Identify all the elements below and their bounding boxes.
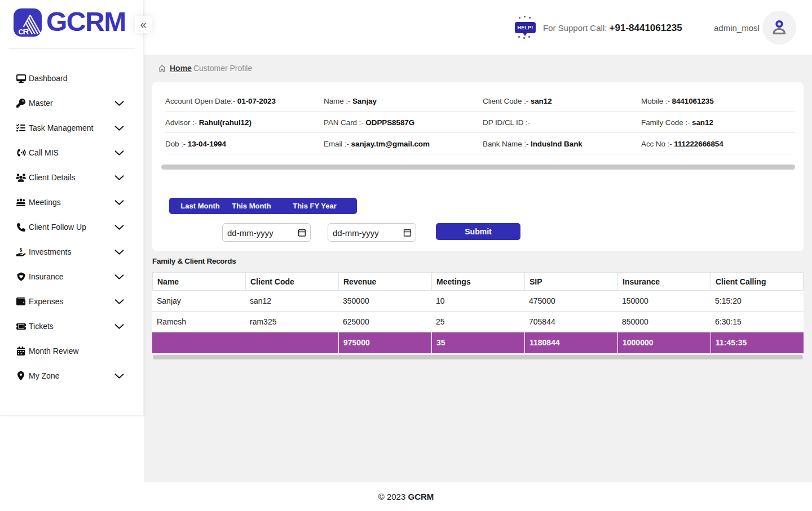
svg-text:R: R (23, 26, 29, 36)
